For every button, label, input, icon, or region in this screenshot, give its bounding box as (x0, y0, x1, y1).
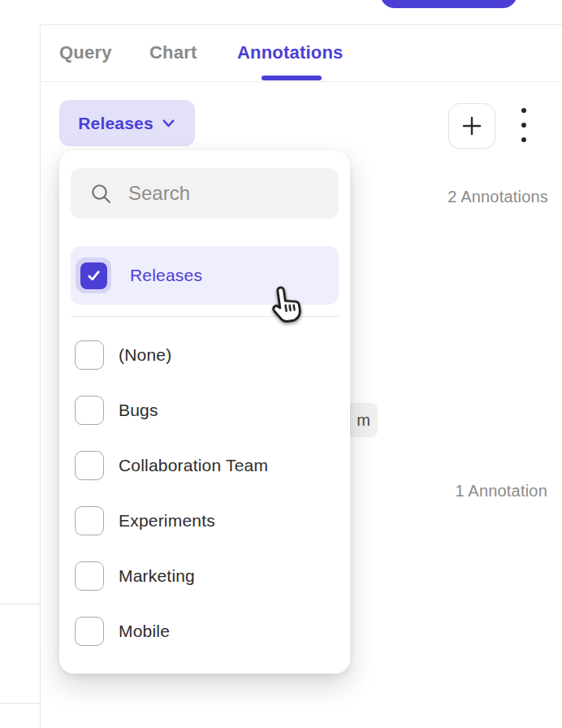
option-releases-selected[interactable]: Releases (71, 246, 339, 305)
option-label: Releases (130, 266, 202, 285)
option-marketing[interactable]: Marketing (59, 548, 350, 604)
tab-chart[interactable]: Chart (149, 41, 197, 65)
topbar-divider (0, 24, 562, 25)
kebab-icon (521, 137, 526, 142)
option-label: Collaboration Team (119, 456, 268, 475)
option-label: Marketing (119, 566, 195, 586)
option-collaboration-team[interactable]: Collaboration Team (59, 438, 350, 493)
checkbox-unchecked[interactable] (75, 340, 104, 370)
plus-icon (460, 114, 484, 138)
primary-action-button[interactable] (380, 0, 517, 8)
checkbox-focus-halo (76, 258, 111, 293)
sidebar-divider (0, 604, 41, 604)
option-label: Experiments (119, 511, 215, 531)
more-options-button[interactable] (518, 108, 530, 142)
dropdown-divider (71, 316, 339, 317)
checkbox-unchecked[interactable] (75, 451, 104, 480)
checkmark-icon (85, 267, 102, 284)
dropdown-search[interactable] (71, 168, 339, 219)
chevron-down-icon (161, 115, 176, 131)
annotation-count-group-1: 2 Annotations (447, 188, 548, 206)
left-sidebar (0, 24, 41, 728)
search-input[interactable] (128, 182, 323, 205)
checkbox-checked[interactable] (80, 262, 107, 289)
checkbox-unchecked[interactable] (75, 617, 104, 646)
search-icon (89, 182, 113, 206)
releases-dropdown-panel: Releases (None) Bugs Collaboration Team … (59, 150, 350, 674)
option-bugs[interactable]: Bugs (59, 383, 350, 438)
option-mobile[interactable]: Mobile (59, 604, 350, 659)
annotation-count-group-2: 1 Annotation (455, 482, 547, 500)
option-label: Mobile (119, 622, 170, 641)
tab-query[interactable]: Query (59, 41, 112, 65)
checkbox-unchecked[interactable] (75, 561, 104, 591)
filter-button-label: Releases (78, 114, 153, 133)
tabs-divider (41, 81, 562, 82)
options-list: (None) Bugs Collaboration Team Experimen… (59, 327, 350, 659)
option-label: (None) (119, 345, 171, 365)
add-annotation-button[interactable] (448, 103, 495, 149)
checkbox-unchecked[interactable] (75, 506, 104, 535)
releases-filter-dropdown-button[interactable]: Releases (59, 100, 195, 146)
checkbox-unchecked[interactable] (75, 396, 104, 425)
option-label: Bugs (119, 401, 158, 420)
option-experiments[interactable]: Experiments (59, 493, 350, 548)
tab-annotations[interactable]: Annotations (237, 41, 344, 65)
active-tab-indicator (262, 76, 322, 80)
kebab-icon (521, 123, 526, 128)
sidebar-divider (0, 703, 41, 704)
app-window: Query Chart Annotations Releases 2 Annot… (0, 0, 562, 728)
option-none[interactable]: (None) (59, 327, 350, 383)
kebab-icon (521, 108, 526, 113)
